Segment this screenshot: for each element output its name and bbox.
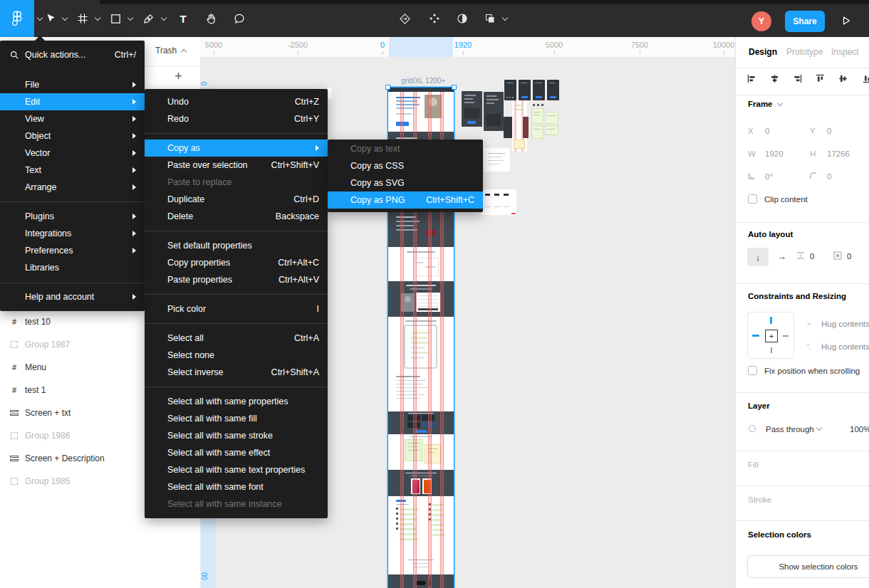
corner-radius-value[interactable]: 0: [827, 172, 831, 181]
align-vertical-center-icon[interactable]: [838, 74, 848, 85]
blend-mode-select[interactable]: Pass through: [766, 425, 814, 434]
present-button[interactable]: [841, 15, 852, 26]
canvas-frame-sticky[interactable]: [531, 125, 543, 139]
canvas-frame-phone-row[interactable]: [533, 80, 545, 100]
menu-item-redo[interactable]: RedoCtrl+Y: [145, 110, 328, 127]
constraint-bottom-dash[interactable]: [771, 347, 772, 353]
hand-tool[interactable]: [202, 10, 219, 27]
fix-position-checkbox[interactable]: [748, 366, 757, 375]
share-button[interactable]: Share: [785, 11, 825, 32]
show-selection-colors-button[interactable]: Show selection colors: [747, 555, 869, 578]
menu-item-select-same-text-properties[interactable]: Select all with same text properties: [145, 461, 328, 478]
menu-item-integrations[interactable]: Integrations: [0, 225, 145, 242]
add-page-button[interactable]: +: [175, 68, 182, 84]
align-left-icon[interactable]: [747, 74, 756, 85]
comment-tool[interactable]: [231, 10, 248, 27]
boolean-groups-icon[interactable]: [482, 10, 499, 27]
align-horizontal-center-icon[interactable]: [770, 74, 779, 85]
canvas-frame-phone-row[interactable]: [504, 80, 516, 100]
canvas-frame-phone[interactable]: [484, 92, 504, 131]
canvas-frame-sliver[interactable]: [328, 88, 332, 99]
menu-item-object[interactable]: Object: [0, 127, 145, 145]
menu-item-select-same-stroke[interactable]: Select all with same stroke: [145, 427, 328, 444]
menu-item-select-inverse[interactable]: Select inverseCtrl+Shift+A: [145, 364, 328, 381]
canvas-frame-maroon-strip[interactable]: [523, 117, 529, 138]
canvas-frame-wireframe[interactable]: [482, 189, 516, 215]
menu-item-vector[interactable]: Vector: [0, 145, 145, 162]
menu-item-copy-as[interactable]: Copy as: [145, 140, 328, 157]
menu-item-libraries[interactable]: Libraries: [0, 259, 145, 276]
y-value[interactable]: 0: [827, 127, 831, 135]
menu-item-view[interactable]: View: [0, 110, 145, 127]
menu-item-copy-as-css[interactable]: Copy as CSS: [328, 157, 483, 174]
menu-item-duplicate[interactable]: DuplicateCtrl+D: [145, 191, 328, 208]
align-top-icon[interactable]: [816, 74, 825, 85]
menu-item-select-same-effect[interactable]: Select all with same effect: [145, 444, 328, 461]
opacity-value[interactable]: 100%: [850, 425, 869, 434]
canvas-frame-sticky[interactable]: [531, 108, 543, 124]
menu-item-select-same-fill[interactable]: Select all with same fill: [145, 410, 328, 427]
menu-item-preferences[interactable]: Preferences: [0, 242, 145, 259]
menu-item-select-same-properties[interactable]: Select all with same properties: [145, 393, 328, 410]
constraints-widget[interactable]: +: [747, 312, 794, 359]
constraint-right-dash[interactable]: [783, 335, 789, 337]
frame-section-title[interactable]: Frame: [748, 100, 782, 108]
use-as-mask-icon[interactable]: [454, 10, 471, 27]
tab-design[interactable]: Design: [749, 47, 777, 57]
constraint-center[interactable]: +: [765, 330, 778, 342]
menu-item-select-all[interactable]: Select allCtrl+A: [145, 330, 328, 347]
canvas-frame-sticky[interactable]: [545, 112, 558, 124]
hug-horizontal-value[interactable]: Hug contents: [821, 320, 869, 328]
menu-item-paste-over-selection[interactable]: Paste over selectionCtrl+Shift+V: [145, 157, 328, 174]
tab-prototype[interactable]: Prototype: [786, 47, 823, 57]
menu-item-edit[interactable]: Edit: [0, 93, 145, 110]
menu-item-file[interactable]: File: [0, 76, 145, 93]
menu-item-paste-properties[interactable]: Paste propertiesCtrl+Alt+V: [145, 271, 328, 288]
text-tool[interactable]: T: [175, 10, 192, 27]
menu-item-select-same-font[interactable]: Select all with same font: [145, 478, 328, 495]
menu-item-copy-as-svg[interactable]: Copy as SVG: [328, 174, 483, 191]
menu-item-undo[interactable]: UndoCtrl+Z: [145, 93, 328, 110]
move-tool-chevron-icon[interactable]: [62, 15, 68, 21]
width-value[interactable]: 1920: [765, 149, 784, 158]
boolean-groups-chevron-icon[interactable]: [502, 15, 508, 21]
constraint-top-tick[interactable]: [770, 317, 772, 324]
shape-tool-chevron-icon[interactable]: [128, 15, 133, 21]
item-spacing-value[interactable]: 0: [810, 252, 814, 261]
canvas-frame-phone-row[interactable]: [547, 80, 559, 100]
menu-item-select-none[interactable]: Select none: [145, 347, 328, 364]
shape-tool[interactable]: [107, 10, 124, 27]
menu-item-arrange[interactable]: Arrange: [0, 179, 145, 196]
tab-inspect[interactable]: Inspect: [831, 47, 859, 57]
canvas-frame-sticky[interactable]: [545, 125, 558, 135]
canvas-frame-phone[interactable]: [462, 91, 482, 127]
selection-handle-top-left[interactable]: [385, 85, 390, 90]
avatar[interactable]: Y: [751, 11, 771, 31]
move-tool[interactable]: [41, 10, 58, 27]
canvas-frame-doc[interactable]: [484, 148, 510, 172]
height-value[interactable]: 17266: [827, 149, 850, 158]
constraint-left-tick[interactable]: [752, 335, 759, 337]
edit-object-icon[interactable]: [396, 10, 413, 27]
auto-layout-vertical-button[interactable]: ↓: [747, 248, 769, 266]
menu-item-plugins[interactable]: Plugins: [0, 208, 145, 225]
page-name[interactable]: Trash: [155, 46, 186, 56]
create-component-icon[interactable]: [426, 10, 443, 27]
menu-item-pick-color[interactable]: Pick colorI: [145, 300, 328, 317]
menu-item-delete[interactable]: DeleteBackspace: [145, 208, 328, 225]
frame-tool-chevron-icon[interactable]: [95, 15, 100, 21]
frame-tool[interactable]: [74, 10, 91, 27]
menu-item-set-default-properties[interactable]: Set default properties: [145, 237, 328, 254]
hug-vertical-value[interactable]: Hug contents: [821, 342, 869, 351]
menu-item-text[interactable]: Text: [0, 162, 145, 179]
selection-handle-top-right[interactable]: [452, 85, 457, 90]
padding-value[interactable]: 0: [847, 252, 851, 261]
align-bottom-icon[interactable]: [863, 74, 869, 85]
menu-item-copy-properties[interactable]: Copy propertiesCtrl+Alt+C: [145, 254, 328, 271]
menu-item-copy-as-png[interactable]: Copy as PNGCtrl+Shift+C: [328, 191, 483, 209]
main-menu-button[interactable]: [0, 0, 34, 37]
menu-item-help-and-account[interactable]: Help and account: [0, 288, 145, 305]
selected-frame-label[interactable]: grid/XL 1200+: [401, 77, 445, 85]
canvas-frame-phone-row[interactable]: [519, 80, 531, 100]
align-right-icon[interactable]: [793, 74, 802, 85]
